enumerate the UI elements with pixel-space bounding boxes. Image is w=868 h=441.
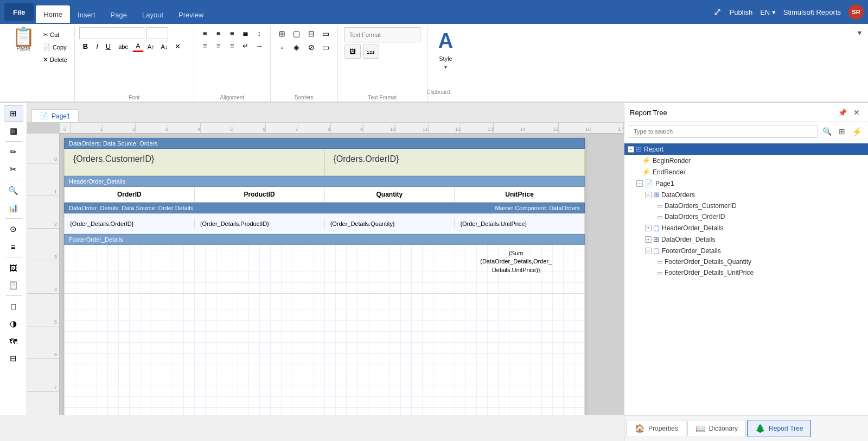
tree-node-dataorder-details[interactable]: + ⊞ DataOrder_Details [624,234,868,245]
tab-insert[interactable]: Insert [70,5,103,24]
tool-pen[interactable]: ✏ [4,144,23,160]
detail-productid-cell[interactable]: {Order_Details.ProductID} [195,218,325,229]
tree-node-report[interactable]: − ⊞ Report [624,143,868,155]
language-selector[interactable]: EN ▾ [760,8,776,16]
tree-node-beginrender[interactable]: ⚡ BeginRender [624,155,868,166]
orders-orderid-cell[interactable]: {Orders.OrderID} [325,149,585,175]
tree-node-dataorders[interactable]: − ⊞ DataOrders [624,189,868,200]
border-fill-button[interactable]: ◈ [290,41,304,54]
border-none-button[interactable]: ▭ [319,27,333,40]
tool-barcode[interactable]: ⎕ [4,298,23,314]
tool-stack[interactable]: ⊟ [4,350,23,367]
user-avatar[interactable]: SR [848,4,864,20]
page1-tab-icon: 📄 [40,112,48,120]
dictionary-tab-label: Dictionary [709,425,738,432]
publish-button[interactable]: Publish [729,8,752,16]
tool-map[interactable]: 🗺 [4,333,23,349]
tree-node-dataorders-customerid[interactable]: ▭ DataOrders_CustomerID [624,200,868,211]
tool-gauge[interactable]: ◑ [4,316,23,332]
orders-customerid-cell[interactable]: {Orders.CustomerID} [65,149,325,175]
border-outer-button[interactable]: ▢ [290,27,304,40]
strikethrough-button[interactable]: abc [115,42,131,51]
detail-orderid-cell[interactable]: {Order_Details.OrderID} [65,218,195,229]
font-name-input[interactable] [79,27,144,39]
tool-circle[interactable]: ⊙ [4,221,23,237]
dataorder-details-node-icon: ⊞ [653,235,659,243]
panel-pin-button[interactable]: 📌 [837,106,848,118]
report-tree-tab[interactable]: 🌲 Report Tree [747,420,811,437]
paste-icon: 📋 [12,27,35,46]
underline-button[interactable]: U [103,41,114,52]
font-color-button[interactable]: A [132,41,144,52]
align-left-button[interactable]: ≡ [199,27,212,39]
tab-home[interactable]: Home [36,5,70,24]
tree-search-input[interactable] [629,125,818,138]
align-right-button[interactable]: ≡ [226,27,239,39]
style-dropdown-arrow[interactable]: ▾ [444,64,447,70]
cut-button[interactable]: ✂ Cut [40,29,70,40]
border-style-button[interactable]: ▭ [319,41,333,54]
border-all-button[interactable]: ⊞ [275,27,289,40]
bold-button[interactable]: B [79,41,92,52]
empty-grid-area [64,294,585,415]
tree-node-page1[interactable]: − 📄 Page1 [624,178,868,189]
data-orders-band-header: DataOrders; Data Source: Orders [64,138,585,149]
panel-close-button[interactable]: ✕ [851,106,863,118]
detail-unitprice-cell[interactable]: {Order_Details.UnitPrice} [455,218,584,229]
tree-search-icon[interactable]: 🔍 [820,125,833,138]
tab-page[interactable]: Page [103,5,135,24]
canvas-scroll[interactable]: DataOrders; Data Source: Orders {Orders.… [60,134,624,415]
decrease-font-button[interactable]: A↓ [158,42,170,51]
tree-node-footer-quantity[interactable]: ▭ FooterOrder_Details_Quantity [624,256,868,267]
clear-format-button[interactable]: ✕ [171,41,184,52]
tool-image[interactable]: 🖼 [4,260,23,276]
tool-chart[interactable]: 📊 [4,200,23,216]
align-top-button[interactable]: ≡ [199,40,212,52]
tool-select[interactable]: ⊞ [4,105,23,122]
text-format-icon1[interactable]: 🖼 [344,45,361,59]
style-button[interactable]: A [436,28,455,53]
page1-tab[interactable]: 📄 Page1 [31,109,79,122]
tree-search-row: 🔍 ⊞ ⚡ [624,122,868,141]
font-size-input[interactable] [146,27,168,39]
tool-clipboard[interactable]: 📋 [4,277,23,293]
tab-preview[interactable]: Preview [171,5,211,24]
text-format-input[interactable] [344,27,420,42]
headerorder-node-icon: ▢ [653,224,660,232]
share-icon[interactable]: ⤢ [713,6,722,18]
align-center-button[interactable]: ≡ [212,27,225,39]
detail-quantity-cell[interactable]: {Order_Details.Quantity} [325,218,455,229]
tree-node-endrender[interactable]: ⚡ EndRender [624,166,868,178]
tree-container[interactable]: − ⊞ Report ⚡ BeginRender ⚡ EndRender − 📄… [624,141,868,415]
tree-node-footer-unitprice[interactable]: ▭ FooterOrder_Details_UnitPrice [624,267,868,278]
file-button[interactable]: File [4,3,34,21]
sum-formula-cell[interactable]: {Sum(DataOrder_Details,Order_Details.Uni… [448,245,585,293]
italic-button[interactable]: I [93,41,101,52]
text-format-icon2[interactable]: ₁₂₃ [363,45,379,59]
increase-font-button[interactable]: A↑ [145,42,157,51]
align-bottom-button[interactable]: ≡ [226,40,239,52]
text-wrap-button[interactable]: ↵ [239,40,252,52]
tool-table[interactable]: ▦ [4,123,23,139]
tool-scissors[interactable]: ✂ [4,161,23,178]
dictionary-tab[interactable]: 📖 Dictionary [687,420,746,437]
tree-grid-view-icon[interactable]: ⊞ [835,125,848,138]
ribbon-expand[interactable]: ▾ [856,26,864,39]
border-inner-button[interactable]: ⊟ [304,27,318,40]
properties-tab[interactable]: 🏠 Properties [627,420,686,437]
text-overflow-button[interactable]: → [253,40,266,52]
tree-lightning-icon[interactable]: ⚡ [851,125,864,138]
tree-node-footerorder-details[interactable]: − ▢ FooterOrder_Details [624,245,868,256]
tab-layout[interactable]: Layout [135,5,171,24]
border-left-button[interactable]: ▫ [275,41,289,54]
border-line-button[interactable]: ⊘ [304,41,318,54]
align-justify-button[interactable]: ≣ [239,27,252,39]
copy-button[interactable]: 📄 Copy [40,42,70,53]
tool-lines[interactable]: ≡ [4,238,23,255]
text-direction-button[interactable]: ↕ [253,27,266,39]
tool-zoom[interactable]: 🔍 [4,182,23,199]
align-middle-button[interactable]: ≡ [212,40,225,52]
tree-node-headerorder-details[interactable]: + ▢ HeaderOrder_Details [624,222,868,234]
delete-button[interactable]: ✕ Delete [40,54,70,65]
tree-node-dataorders-orderid[interactable]: ▭ DataOrders_OrderID [624,211,868,222]
